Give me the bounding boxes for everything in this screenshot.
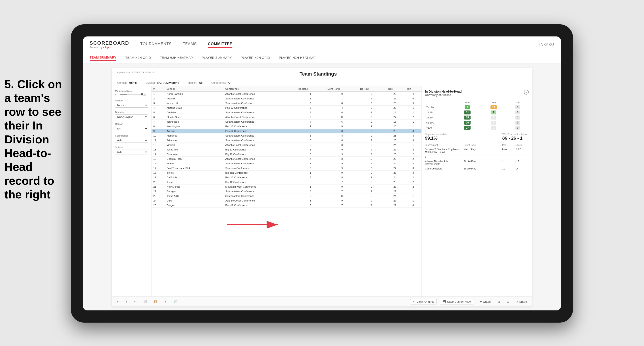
cell-reg-rank: 3 — [295, 143, 326, 147]
share-button[interactable]: ↗ Share — [514, 299, 529, 304]
division-select[interactable]: NCAA Division I NCAA Division II — [115, 114, 148, 119]
paste-button[interactable]: 📋 — [152, 299, 159, 304]
sign-out-button[interactable]: | Sign out — [539, 42, 554, 46]
table-row[interactable]: 6 Florida State Atlantic Coast Conferenc… — [152, 115, 422, 120]
table-row[interactable]: 13 Texas Tech Big 12 Conference 1 9 9 27… — [152, 147, 422, 152]
table-row[interactable]: 14 Oklahoma Big 12 Conference 3 9 9 26 2 — [152, 152, 422, 157]
table-row[interactable]: 21 New Mexico Mountain West Conference 1… — [152, 184, 422, 189]
cell-conf-rank: 4 — [326, 106, 358, 110]
save-custom-view-button[interactable]: 💾 Save Custom View — [440, 299, 474, 305]
division-filter-value: NCAA Division I — [157, 81, 179, 84]
cell-no-tour: 9 — [358, 91, 385, 96]
table-row[interactable]: 20 Texas Big 12 Conference 3 7 9 20 2 — [152, 180, 422, 184]
col-reg-rank: Reg Rank — [295, 86, 326, 91]
h2h-close-button[interactable]: ✕ — [524, 90, 529, 95]
cell-conference: Southeastern Conference — [224, 134, 295, 138]
cell-school: Washington — [165, 124, 224, 129]
copy-button[interactable]: ⬜ — [142, 299, 149, 304]
tablet-screen: SCOREBOARD Powered by clippd TOURNAMENTS… — [83, 36, 561, 311]
cell-no-tour: 9 — [358, 184, 385, 189]
subnav-team-h2h-grid[interactable]: TEAM H2H GRID — [125, 55, 151, 61]
cell-reg-rank: 1 — [295, 91, 326, 96]
table-row[interactable]: 15 Georgia Tech Atlantic Coast Conferenc… — [152, 157, 422, 161]
subnav-team-summary[interactable]: TEAM SUMMARY — [90, 55, 116, 61]
subnav-team-h2h-heatmap[interactable]: TEAM H2H HEATMAP — [160, 55, 193, 61]
cell-conf-rank: 7 — [326, 203, 358, 208]
h2h-col-label — [425, 100, 454, 105]
clock-button[interactable]: 🕐 — [172, 299, 179, 304]
col-win: Win — [405, 86, 422, 91]
table-button[interactable]: ⊟ — [505, 299, 511, 304]
cell-win: 0 — [405, 203, 422, 208]
region-control-label: Region — [115, 123, 148, 125]
cell-no-tour: 9 — [358, 129, 385, 134]
division-control-label: Division — [115, 111, 148, 114]
table-row[interactable]: 18 Illinois Big Ten Conference 1 9 9 23 … — [152, 171, 422, 175]
table-row[interactable]: 10 Alabama Southeastern Conference 5 8 9… — [152, 134, 422, 138]
redo-button[interactable]: ↪ — [132, 299, 138, 304]
table-row[interactable]: 16 Florida Southeastern Conference 7 9 9… — [152, 161, 422, 166]
cell-rnds: 26 — [385, 152, 405, 157]
subnav-player-h2h-heatmap[interactable]: PLAYER H2H HEATMAP — [279, 55, 316, 61]
table-row[interactable]: 12 Virginia Atlantic Coast Conference 3 … — [152, 143, 422, 147]
watch-button[interactable]: 👁 Watch — [477, 299, 492, 304]
table-row[interactable]: 3 Vanderbilt Southeastern Conference 2 8… — [152, 101, 422, 106]
cell-rank: 15 — [152, 157, 165, 161]
conference-select[interactable]: (All) — [115, 138, 148, 143]
table-row[interactable]: 17 East Tennessee State Southern Confere… — [152, 166, 422, 171]
slider-bar[interactable] — [120, 94, 142, 95]
table-row[interactable]: 24 Duke Atlantic Coast Conference 5 9 9 … — [152, 198, 422, 203]
cell-no-tour: 9 — [358, 166, 385, 171]
gender-select[interactable]: Men's Women's — [115, 103, 148, 108]
view-original-button[interactable]: 👁 View: Original — [410, 299, 437, 305]
cell-win: 4 — [405, 91, 422, 96]
subnav-player-summary[interactable]: PLAYER SUMMARY — [202, 55, 232, 61]
table-row[interactable]: 19 California Pac-12 Conference 4 8 9 24… — [152, 175, 422, 180]
nav-items: TOURNAMENTS TEAMS COMMITTEE — [140, 41, 539, 48]
tournament-row-2[interactable]: 1 — [425, 155, 529, 159]
step-back-button[interactable]: ⟨ — [124, 299, 129, 304]
cell-conference: Atlantic Coast Conference — [224, 157, 295, 161]
nav-teams[interactable]: TEAMS — [183, 41, 197, 48]
table-row[interactable]: 7 Tennessee Southeastern Conference 4 6 … — [152, 120, 422, 124]
cell-conference: Southeastern Conference — [224, 96, 295, 101]
table-row[interactable]: 8 Washington Pac-12 Conference 2 8 9 23 … — [152, 124, 422, 129]
h2h-row-tie: 1 — [507, 115, 529, 120]
cell-reg-rank: 2 — [295, 124, 326, 129]
tournament-row-4[interactable]: Cabo Collegiate Stroke Play 11 17 — [425, 166, 529, 171]
undo-button[interactable]: ↩ — [115, 299, 121, 304]
table-row[interactable]: 2 Auburn Southeastern Conference 1 1 9 2… — [152, 96, 422, 101]
cell-rank: 25 — [152, 203, 165, 208]
table-row[interactable]: 23 Texas A&M Southeastern Conference 9 1… — [152, 194, 422, 198]
school-select[interactable]: (All) — [115, 150, 148, 155]
tour-type-1: Match Play — [464, 148, 502, 153]
nav-tournaments[interactable]: TOURNAMENTS — [140, 41, 172, 48]
opponents-stats: Opponents in division: 99.1% W-L-T recor… — [425, 133, 529, 141]
tournament-row-3[interactable]: Arizona Thunderbirds Intercollegiate Str… — [425, 159, 529, 166]
region-select[interactable]: N/A — [115, 126, 148, 131]
table-row[interactable]: 25 Oregon Pac-12 Conference 5 7 9 21 0 — [152, 203, 422, 208]
h2h-row-tie: 0 — [507, 110, 529, 115]
cell-conference: Pac-12 Conference — [224, 129, 295, 134]
table-row[interactable]: 1 North Carolina Atlantic Coast Conferen… — [152, 91, 422, 96]
tournament-row-1[interactable]: Jackson T. Stephens Cup Men's Match-Play… — [425, 147, 529, 155]
cell-conf-rank: 8 — [326, 138, 358, 143]
nav-committee[interactable]: COMMITTEE — [208, 41, 232, 48]
table-row[interactable]: 11 Arkansas Southeastern Conference 6 8 … — [152, 138, 422, 143]
col-school: School — [165, 86, 224, 91]
layout-button[interactable]: ⊞ — [496, 299, 502, 304]
cell-rank: 22 — [152, 189, 165, 194]
table-row[interactable]: 4 Arizona State Pac-12 Conference 3 4 9 … — [152, 106, 422, 110]
cell-no-tour: 9 — [358, 161, 385, 166]
cell-rnds: 18 — [385, 110, 405, 115]
table-row[interactable]: 22 Georgia Southeastern Conference 8 7 9… — [152, 189, 422, 194]
cell-no-tour: 9 — [358, 115, 385, 120]
table-row[interactable]: 9 Arizona Pac-12 Conference 5 8 9 28 3 — [152, 129, 422, 134]
cell-school: Alabama — [165, 134, 224, 138]
cell-reg-rank: 5 — [295, 203, 326, 208]
add-button[interactable]: ＋ — [162, 299, 169, 305]
cell-rnds: 21 — [385, 189, 405, 194]
table-row[interactable]: 5 Ole Miss Southeastern Conference 3 6 9… — [152, 110, 422, 115]
subnav-player-h2h-grid[interactable]: PLAYER H2H GRID — [241, 55, 270, 61]
cell-rank: 5 — [152, 110, 165, 115]
